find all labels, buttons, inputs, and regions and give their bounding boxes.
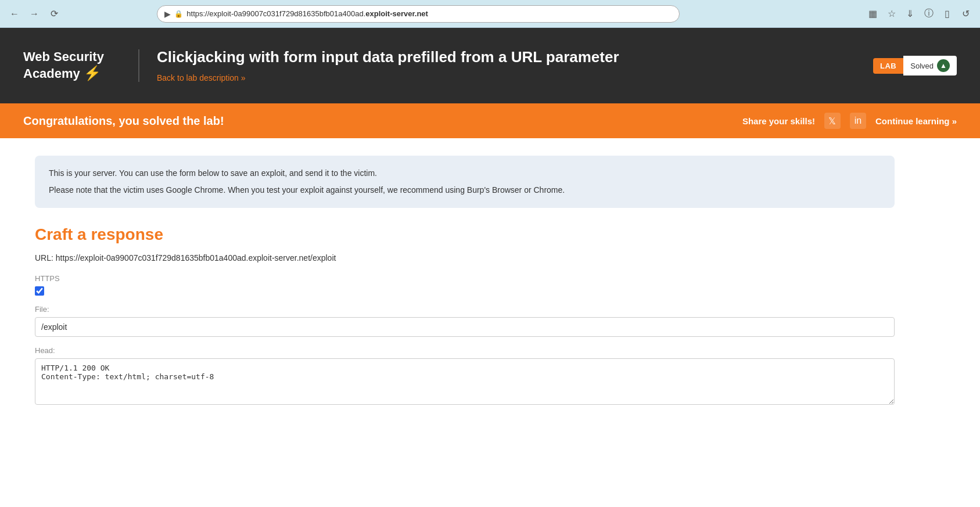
https-row [35, 286, 895, 296]
url-prefix: https://exploit-0a99007c031f729d81635bfb… [186, 9, 365, 18]
success-banner: Congratulations, you solved the lab! Sha… [0, 103, 980, 138]
lab-badge: LAB [873, 58, 903, 74]
linkedin-icon[interactable]: in [850, 113, 866, 129]
back-button[interactable]: ← [7, 6, 22, 21]
qr-icon[interactable]: ▦ [866, 7, 880, 21]
logo-security: Security [53, 49, 104, 64]
browser-right-icons: ▦ ☆ ⇓ ⓘ ▯ ↺ [866, 7, 973, 21]
info-box: This is your server. You can use the for… [35, 156, 895, 208]
solved-icon: ▲ [937, 59, 950, 72]
logo-academy: Academy [23, 66, 80, 81]
page-title: Clickjacking with form input data prefil… [157, 48, 856, 66]
solved-pill: Solved ▲ [903, 56, 957, 75]
head-label: Head: [35, 346, 895, 355]
url-domain: exploit-server.net [365, 9, 428, 18]
logo-bolt: ⚡ [84, 65, 101, 82]
url-value: https://exploit-0a99007c031f729d81635bfb… [56, 253, 336, 263]
url-line: URL: https://exploit-0a99007c031f729d816… [35, 253, 895, 263]
https-label: HTTPS [35, 274, 895, 283]
extension-icon[interactable]: ▯ [940, 7, 954, 21]
lock-icon: 🔒 [174, 10, 183, 18]
download-icon[interactable]: ⇓ [903, 7, 917, 21]
file-input[interactable] [35, 317, 895, 337]
shield-icon: ▶ [164, 9, 171, 19]
address-bar[interactable]: ▶ 🔒 https://exploit-0a99007c031f729d8163… [157, 5, 680, 23]
lab-badge-area: LAB Solved ▲ [873, 56, 957, 75]
forward-button[interactable]: → [27, 6, 42, 21]
header-content: Clickjacking with form input data prefil… [157, 48, 856, 82]
head-textarea[interactable]: HTTP/1.1 200 OK Content-Type: text/html;… [35, 358, 895, 405]
reload-button[interactable]: ⟳ [46, 6, 62, 21]
main-content: This is your server. You can use the for… [0, 138, 929, 425]
banner-right: Share your skills! 𝕏 in Continue learnin… [742, 113, 957, 129]
logo: Web Security Academy ⚡ [23, 49, 139, 81]
info-icon[interactable]: ⓘ [922, 7, 936, 21]
continue-learning-link[interactable]: Continue learning » [875, 116, 957, 126]
info-line1: This is your server. You can use the for… [49, 167, 881, 179]
share-label: Share your skills! [742, 116, 815, 126]
craft-section: Craft a response URL: https://exploit-0a… [35, 225, 895, 407]
https-checkbox[interactable] [35, 286, 44, 296]
info-line2: Please note that the victim uses Google … [49, 184, 881, 196]
solved-label: Solved [910, 62, 934, 70]
back-to-lab-link[interactable]: Back to lab description » [157, 73, 246, 82]
url-label: URL: [35, 253, 53, 263]
success-message: Congratulations, you solved the lab! [23, 114, 224, 128]
url-text: https://exploit-0a99007c031f729d81635bfb… [186, 9, 428, 18]
browser-chrome: ← → ⟳ ▶ 🔒 https://exploit-0a99007c031f72… [0, 0, 980, 28]
star-icon[interactable]: ☆ [885, 7, 899, 21]
twitter-icon[interactable]: 𝕏 [824, 113, 841, 129]
site-header: Web Security Academy ⚡ Clickjacking with… [0, 28, 980, 103]
menu-icon[interactable]: ↺ [959, 7, 973, 21]
logo-web: Web [23, 49, 50, 64]
craft-title: Craft a response [35, 225, 895, 244]
file-label: File: [35, 305, 895, 314]
